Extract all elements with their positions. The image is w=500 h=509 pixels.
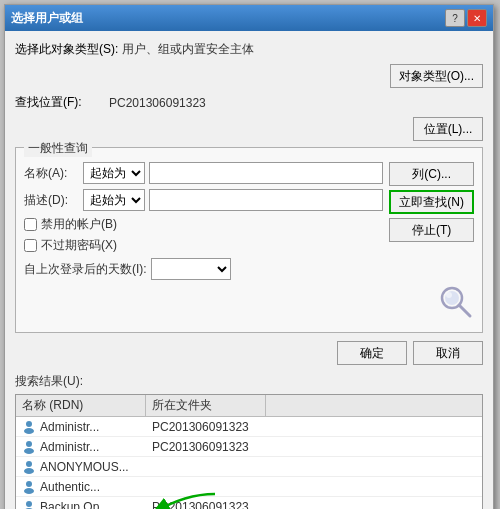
columns-button[interactable]: 列(C)...: [389, 162, 474, 186]
desc-query-row: 描述(D): 起始为: [24, 189, 383, 211]
location-label: 查找位置(F):: [15, 94, 105, 111]
stop-button[interactable]: 停止(T): [389, 218, 474, 242]
result-name-text: ANONYMOUS...: [40, 460, 129, 474]
user-icon: [22, 460, 36, 474]
result-name-text: Administr...: [40, 420, 99, 434]
svg-point-7: [24, 448, 34, 454]
ok-button[interactable]: 确定: [337, 341, 407, 365]
name-input[interactable]: [149, 162, 383, 184]
object-type-label: 选择此对象类型(S):: [15, 41, 118, 58]
magnify-icon: [438, 284, 474, 320]
general-query-inner-wrapper: 名称(A): 起始为 描述(D): 起始为: [24, 162, 474, 324]
result-name-text: Authentic...: [40, 480, 100, 494]
object-type-button[interactable]: 对象类型(O)...: [390, 64, 483, 88]
disabled-account-label: 禁用的帐户(B): [41, 216, 117, 233]
header-name: 名称 (RDN): [16, 395, 146, 416]
close-button[interactable]: ✕: [467, 9, 487, 27]
name-label: 名称(A):: [24, 165, 79, 182]
location-value: PC201306091323: [109, 96, 483, 110]
search-now-button[interactable]: 立即查找(N): [389, 190, 474, 214]
days-select[interactable]: [151, 258, 231, 280]
result-name-cell: Authentic...: [16, 479, 146, 495]
svg-point-5: [24, 428, 34, 434]
result-folder-cell: PC201306091323: [146, 419, 276, 435]
cancel-button[interactable]: 取消: [413, 341, 483, 365]
svg-point-6: [26, 441, 32, 447]
svg-point-11: [24, 488, 34, 494]
result-name-text: Backup Op...: [40, 500, 109, 510]
help-button[interactable]: ?: [445, 9, 465, 27]
desc-label: 描述(D):: [24, 192, 79, 209]
result-folder-cell: PC201306091323: [146, 499, 276, 510]
disabled-account-row: 禁用的帐户(B): [24, 216, 383, 233]
svg-point-9: [24, 468, 34, 474]
object-type-value: 用户、组或内置安全主体: [122, 41, 483, 58]
user-icon: [22, 420, 36, 434]
dialog-title: 选择用户或组: [11, 10, 83, 27]
result-name-text: Administr...: [40, 440, 99, 454]
general-query-fields: 名称(A): 起始为 描述(D): 起始为: [24, 162, 383, 280]
svg-point-3: [446, 292, 452, 298]
user-icon: [22, 500, 36, 510]
result-name-cell: Administr...: [16, 439, 146, 455]
table-row[interactable]: ANONYMOUS...: [16, 457, 482, 477]
object-type-row: 选择此对象类型(S): 用户、组或内置安全主体: [15, 41, 483, 58]
result-folder-cell: PC201306091323: [146, 439, 276, 455]
user-icon: [22, 480, 36, 494]
no-expire-checkbox[interactable]: [24, 239, 37, 252]
search-icon-area: [24, 280, 474, 324]
table-row[interactable]: Administr...PC201306091323: [16, 417, 482, 437]
titlebar: 选择用户或组 ? ✕: [5, 5, 493, 31]
general-query-title: 一般性查询: [24, 140, 92, 157]
general-query-inner: 名称(A): 起始为 描述(D): 起始为: [24, 162, 474, 280]
results-header: 名称 (RDN) 所在文件夹: [16, 395, 482, 417]
days-label: 自上次登录后的天数(I):: [24, 261, 147, 278]
desc-input[interactable]: [149, 189, 383, 211]
location-button[interactable]: 位置(L)...: [413, 117, 483, 141]
result-folder-cell: [146, 466, 276, 468]
dialog-bottom: 搜索结果(U): 名称 (RDN) 所在文件夹 Administr...PC20…: [15, 373, 483, 509]
general-query-group: 一般性查询 名称(A): 起始为 描述: [15, 147, 483, 333]
disabled-account-checkbox[interactable]: [24, 218, 37, 231]
svg-point-4: [26, 421, 32, 427]
svg-point-12: [26, 501, 32, 507]
select-user-group-dialog: 选择用户或组 ? ✕ 选择此对象类型(S): 用户、组或内置安全主体 对象类型(…: [4, 4, 494, 509]
result-name-cell: Backup Op...: [16, 499, 146, 510]
svg-point-8: [26, 461, 32, 467]
svg-point-10: [26, 481, 32, 487]
dialog-content: 选择此对象类型(S): 用户、组或内置安全主体 对象类型(O)... 查找位置(…: [5, 31, 493, 509]
table-row[interactable]: Administr...PC201306091323: [16, 437, 482, 457]
location-button-row: 位置(L)...: [15, 117, 483, 141]
object-type-button-row: 对象类型(O)...: [15, 64, 483, 88]
name-query-row: 名称(A): 起始为: [24, 162, 383, 184]
header-folder: 所在文件夹: [146, 395, 266, 416]
ok-cancel-row: 确定 取消: [15, 341, 483, 365]
desc-operator-select[interactable]: 起始为: [83, 189, 145, 211]
no-expire-row: 不过期密码(X): [24, 237, 383, 254]
result-folder-cell: [146, 486, 276, 488]
result-name-cell: Administr...: [16, 419, 146, 435]
results-container[interactable]: 名称 (RDN) 所在文件夹 Administr...PC20130609132…: [15, 394, 483, 509]
location-row: 查找位置(F): PC201306091323: [15, 94, 483, 111]
no-expire-label: 不过期密码(X): [41, 237, 117, 254]
svg-line-2: [459, 305, 470, 316]
result-name-cell: ANONYMOUS...: [16, 459, 146, 475]
days-row: 自上次登录后的天数(I):: [24, 258, 383, 280]
titlebar-buttons: ? ✕: [445, 9, 487, 27]
name-operator-select[interactable]: 起始为: [83, 162, 145, 184]
user-icon: [22, 440, 36, 454]
results-body: Administr...PC201306091323Administr...PC…: [16, 417, 482, 509]
query-buttons: 列(C)... 立即查找(N) 停止(T): [389, 162, 474, 280]
search-results-label: 搜索结果(U):: [15, 373, 483, 390]
table-row[interactable]: Authentic...: [16, 477, 482, 497]
